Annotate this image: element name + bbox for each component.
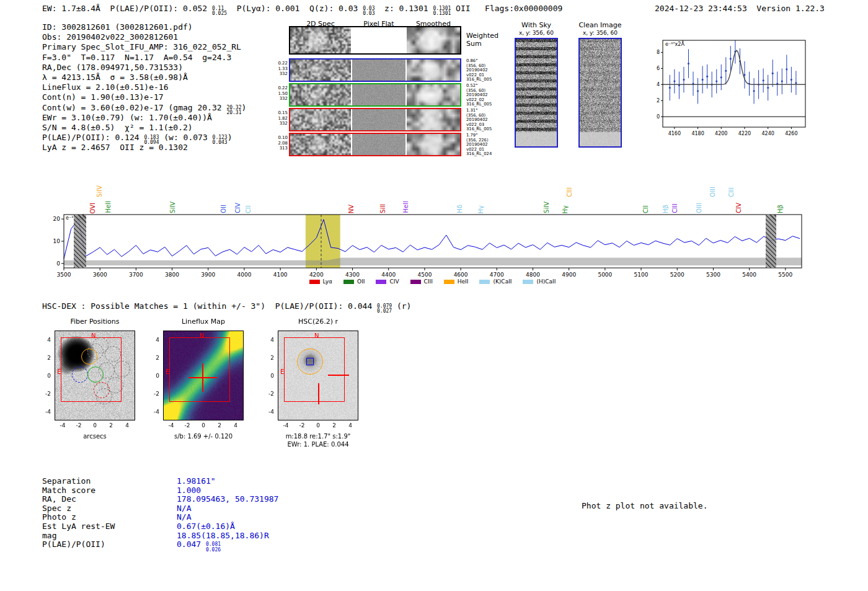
x-tick-label: -2	[296, 422, 308, 429]
legend-item: CIV	[376, 278, 399, 285]
match-table-label: RA, Dec	[42, 494, 177, 504]
hsc-r-xlabel2: EWr: 1. PLAE: 0.044	[273, 441, 363, 448]
y-tick-label: -2	[147, 391, 159, 397]
data-point	[786, 68, 787, 70]
hsc-r-plot: N E	[278, 331, 358, 420]
east-label: E	[57, 368, 61, 375]
weight-value: 332	[275, 121, 288, 127]
y-tick-label: 2	[262, 355, 274, 361]
spec2d-row-weights: 0.221.50332	[275, 86, 288, 102]
crosshair-vertical	[318, 383, 319, 404]
info-value: 316_RL_024	[466, 152, 503, 157]
data-point	[683, 79, 684, 81]
match-table-row: Spec zN/A	[42, 504, 278, 513]
y-tick-label: 0	[657, 114, 660, 120]
hsc-r-xlabel: m:18.8 re:1.7" s:1.9"	[273, 433, 363, 440]
legend-swatch	[309, 280, 320, 284]
weight-value: 332	[275, 71, 288, 77]
info-value: 316_RL_005	[466, 127, 503, 132]
legend-swatch	[410, 280, 421, 284]
pixel-flat-image	[352, 134, 405, 155]
data-point	[715, 81, 717, 82]
spec2d-row	[289, 26, 461, 55]
legend-item: OII	[343, 278, 365, 285]
match-table-label: P(LAE)/P(OII)	[42, 540, 177, 549]
match-table-value: 178.095463, 50.731987	[177, 494, 278, 504]
y-tick-label: 0	[147, 373, 159, 379]
match-table-value: 1.98161"	[177, 476, 216, 486]
smoothed-image	[407, 134, 460, 155]
legend-item: CIII	[410, 278, 433, 285]
line-fit-plot: 41604180420042204240426002468e⁻¹⁷x2Å	[642, 34, 809, 146]
spec2d-row-info: WeightedSum	[466, 32, 503, 48]
clean-image-panel: Clean Image x, y: 356, 60	[578, 21, 622, 148]
hsc-r-panel: HSC(26.2) r N E m:18.8 re:1.7" s:1.9" EW…	[260, 318, 369, 448]
info-line: P(LAE)/P(OII): 0.124 0.1830.094 (w: 0.07…	[42, 133, 246, 143]
x-tick-label: 0	[312, 422, 324, 429]
x-tick-label: 0	[198, 422, 209, 429]
legend-item: (H)CaII	[523, 278, 556, 285]
y-tick-label: 2	[147, 355, 159, 361]
data-point	[720, 76, 722, 78]
x-tick-label: 3800	[165, 272, 179, 278]
legend-swatch	[376, 280, 386, 284]
match-table-row: mag18.85(18.85,18.86)R	[42, 531, 278, 540]
match-table-label: Photo z	[42, 512, 177, 522]
weight-value: 0.15	[275, 110, 288, 116]
y-tick-label: 0	[38, 373, 51, 379]
east-label: E	[280, 368, 284, 375]
pixel-flat-image	[352, 109, 405, 130]
spec2d-row-weights: 0.151.82332	[275, 110, 288, 127]
match-table-value: N/A	[177, 512, 191, 522]
emission-line-marker: CIII	[566, 187, 573, 197]
data-point	[743, 74, 745, 76]
fiber-circle-orange	[81, 349, 97, 365]
y-tick-label: 20	[53, 216, 61, 222]
spec2d-row-weights: 0.221.33332	[275, 61, 288, 77]
smoothed-image	[407, 109, 460, 130]
match-table-row: P(LAE)/P(OII)0.047 0.0810.026	[42, 540, 278, 549]
clean-image-frame	[578, 38, 622, 148]
fiber-circle-gray	[105, 346, 121, 362]
match-table-value: N/A	[177, 504, 191, 513]
info-line: F=3.0" T=0.117 N=1.17 A=0.54 g=24.3	[42, 53, 246, 63]
info-line: S/N = 4.8(±0.5) χ² = 1.1(±0.2)	[42, 123, 246, 133]
info-value: 316_RL_005	[466, 102, 503, 107]
stacked-uncertainty: 0.0810.026	[206, 542, 221, 553]
header-summary: EW: 1.7±8.4Å P(LAE)/P(OII): 0.052 0.110.…	[42, 4, 562, 17]
with-sky-image	[516, 39, 557, 146]
info-line: Obs: 20190402v022_3002812601	[42, 32, 246, 42]
fiber-positions-plot: N E	[55, 331, 135, 420]
emission-line-marker: CIII	[728, 187, 735, 197]
stacked-uncertainty: 0.0790.027	[377, 304, 392, 314]
spec2d-image	[290, 109, 351, 130]
legend-item: (K)CaII	[479, 278, 512, 285]
x-tick-label: 4240	[761, 131, 774, 136]
info-value: Weighted	[466, 32, 503, 40]
legend-label: (K)CaII	[493, 278, 512, 285]
data-point	[772, 73, 774, 74]
x-tick-label: 4220	[738, 131, 751, 136]
x-tick-label: 3500	[57, 272, 71, 278]
x-tick-label: 4800	[526, 272, 540, 278]
spec2d-row-weights: 0.102.08313	[275, 135, 288, 151]
x-tick-label: 4	[345, 422, 356, 429]
pixel-flat-image	[352, 84, 405, 105]
weight-value: 332	[275, 96, 288, 102]
clean-image	[580, 39, 621, 146]
crosshair-vertical	[202, 363, 203, 392]
match-table-row: Match score1.000	[42, 486, 278, 495]
x-tick-label: 4600	[454, 272, 468, 278]
clean-image-coords: x, y: 356, 60	[578, 30, 622, 36]
legend-swatch	[444, 280, 454, 284]
data-point	[753, 90, 755, 92]
x-tick-label: 5400	[742, 272, 756, 278]
match-table-label: Separation	[42, 476, 177, 486]
match-table-row: Separation1.98161"	[42, 476, 278, 486]
y-tick-label: -4	[262, 409, 274, 415]
with-sky-panel: With Sky x, y: 356, 60	[515, 21, 558, 148]
x-tick-label: 4	[230, 422, 241, 429]
north-label: N	[314, 332, 319, 339]
smoothed-image	[407, 27, 460, 53]
y-tick-label: 10	[53, 238, 61, 244]
